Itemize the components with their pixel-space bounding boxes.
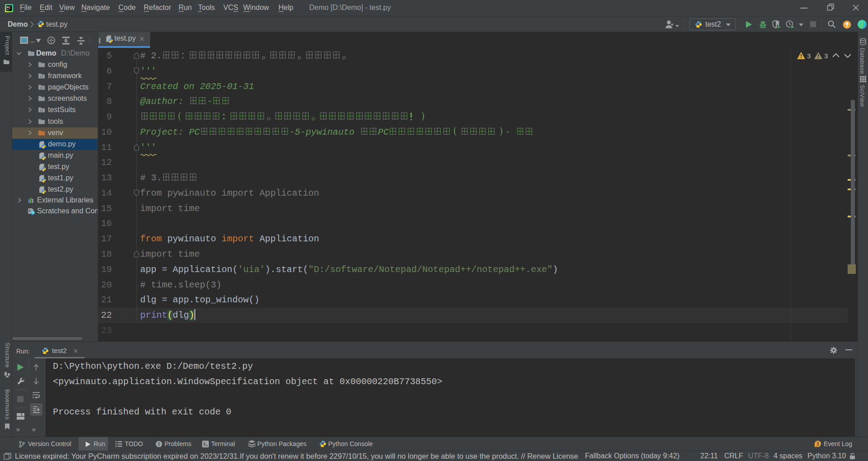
svg-text:3: 3 (824, 52, 828, 60)
svg-text:3: 3 (807, 52, 811, 60)
svg-text:3: 3 (816, 442, 819, 447)
svg-text:PC: PC (7, 6, 11, 9)
